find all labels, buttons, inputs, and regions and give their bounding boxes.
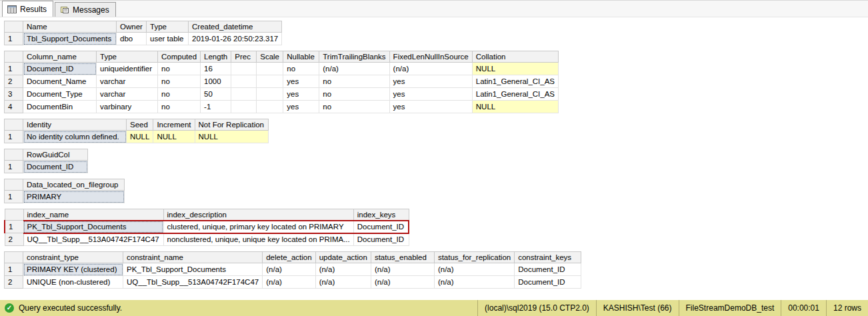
grid-cell[interactable]: no xyxy=(158,63,201,75)
grid-cell[interactable]: varchar xyxy=(97,75,158,88)
grid-cell[interactable]: (n/a) xyxy=(263,263,315,276)
grid-cell[interactable]: NULL xyxy=(153,131,195,143)
grid-cell[interactable]: varbinary xyxy=(97,101,158,113)
grid-cell[interactable]: Document_ID xyxy=(23,63,97,75)
column-header-seed[interactable]: Seed xyxy=(127,119,153,131)
grid-cell[interactable]: yes xyxy=(283,88,319,101)
grid-cell[interactable]: Latin1_General_CI_AS xyxy=(472,75,558,88)
grid-cell[interactable]: uniqueidentifier xyxy=(97,63,158,75)
grid-cell[interactable] xyxy=(231,88,257,101)
row-number[interactable]: 1 xyxy=(5,161,23,173)
column-header-collation[interactable]: Collation xyxy=(472,51,558,63)
grid-cell[interactable]: PRIMARY xyxy=(23,191,125,203)
row-number[interactable]: 2 xyxy=(5,276,23,289)
grid-cell[interactable]: Tbl_Support_Documents xyxy=(23,33,117,45)
grid-corner[interactable] xyxy=(5,179,23,191)
grid-cell[interactable]: no xyxy=(283,63,319,75)
grid-cell[interactable]: Document_ID xyxy=(353,221,409,233)
column-header-name[interactable]: Name xyxy=(23,21,117,33)
tab-messages[interactable]: Messages xyxy=(55,2,116,17)
column-header-prec[interactable]: Prec xyxy=(231,51,257,63)
column-header-trimtrailingblanks[interactable]: TrimTrailingBlanks xyxy=(319,51,389,63)
grid-cell[interactable]: NULL xyxy=(472,101,558,113)
column-header-data-located-on-filegroup[interactable]: Data_located_on_filegroup xyxy=(23,179,125,191)
grid-cell[interactable] xyxy=(231,63,257,75)
grid-corner[interactable] xyxy=(5,21,23,33)
column-header-type[interactable]: Type xyxy=(97,51,158,63)
grid-cell[interactable]: yes xyxy=(389,88,472,101)
grid-cell[interactable]: nonclustered, unique, unique key located… xyxy=(163,233,353,246)
column-header-type[interactable]: Type xyxy=(147,21,189,33)
grid-cell[interactable]: no xyxy=(158,88,201,101)
grid-cell[interactable]: (n/a) xyxy=(315,263,371,276)
grid-cell[interactable] xyxy=(257,75,283,88)
grid-cell[interactable]: no xyxy=(319,88,389,101)
grid-cell[interactable]: UNIQUE (non-clustered) xyxy=(23,276,123,289)
grid-corner[interactable] xyxy=(5,51,23,63)
row-number[interactable]: 1 xyxy=(5,221,23,233)
grid-cell[interactable]: yes xyxy=(389,75,472,88)
grid-cell[interactable]: varchar xyxy=(97,88,158,101)
grid-cell[interactable]: PK_Tbl_Support_Documents xyxy=(123,263,263,276)
grid-cell[interactable]: Latin1_General_CI_AS xyxy=(472,88,558,101)
column-header-status-for-replication[interactable]: status_for_replication xyxy=(434,252,514,263)
grid-cell[interactable]: NULL xyxy=(127,131,153,143)
column-header-delete-action[interactable]: delete_action xyxy=(263,252,315,263)
grid-cell[interactable]: DocumentBin xyxy=(23,101,97,113)
grid-cell[interactable]: 1000 xyxy=(201,75,231,88)
grid-cell[interactable] xyxy=(257,63,283,75)
grid-cell[interactable]: Document_Name xyxy=(23,75,97,88)
row-number[interactable]: 2 xyxy=(5,75,23,88)
grid-cell[interactable]: (n/a) xyxy=(434,263,514,276)
grid-cell[interactable]: UQ__Tbl_Supp__513A04742F174C47 xyxy=(23,233,163,246)
row-number[interactable]: 1 xyxy=(5,63,23,75)
grid-cell[interactable]: No identity column defined. xyxy=(23,131,127,143)
grid-cell[interactable]: UQ__Tbl_Supp__513A04742F174C47 xyxy=(123,276,263,289)
grid-cell[interactable] xyxy=(231,75,257,88)
grid-cell[interactable]: no xyxy=(158,101,201,113)
column-header-column-name[interactable]: Column_name xyxy=(23,51,97,63)
column-header-created-datetime[interactable]: Created_datetime xyxy=(189,21,282,33)
column-header-constraint-type[interactable]: constraint_type xyxy=(23,252,123,263)
grid-cell[interactable]: NULL xyxy=(195,131,268,143)
grid-cell[interactable] xyxy=(257,88,283,101)
grid-cell[interactable]: (n/a) xyxy=(315,276,371,289)
grid-cell[interactable]: (n/a) xyxy=(263,276,315,289)
grid-cell[interactable]: yes xyxy=(283,75,319,88)
column-header-computed[interactable]: Computed xyxy=(158,51,201,63)
grid-corner[interactable] xyxy=(5,252,23,263)
grid-corner[interactable] xyxy=(5,149,23,161)
column-header-constraint-keys[interactable]: constraint_keys xyxy=(515,252,581,263)
grid-cell[interactable]: Document_ID xyxy=(353,233,409,246)
row-number[interactable]: 3 xyxy=(5,88,23,101)
tab-results[interactable]: Results xyxy=(2,1,53,17)
grid-corner[interactable] xyxy=(5,119,23,131)
grid-cell[interactable]: -1 xyxy=(201,101,231,113)
grid-cell[interactable]: (n/a) xyxy=(434,276,514,289)
column-header-nullable[interactable]: Nullable xyxy=(283,51,319,63)
grid-cell[interactable]: no xyxy=(319,75,389,88)
column-header-increment[interactable]: Increment xyxy=(153,119,195,131)
grid-cell[interactable]: no xyxy=(319,101,389,113)
column-header-rowguidcol[interactable]: RowGuidCol xyxy=(23,149,88,161)
grid-cell[interactable]: (n/a) xyxy=(371,263,434,276)
grid-corner[interactable] xyxy=(5,209,23,221)
grid-cell[interactable]: clustered, unique, primary key located o… xyxy=(163,221,353,233)
grid-cell[interactable]: Document_ID xyxy=(23,161,88,173)
column-header-constraint-name[interactable]: constraint_name xyxy=(123,252,263,263)
grid-cell[interactable]: no xyxy=(158,75,201,88)
column-header-status-enabled[interactable]: status_enabled xyxy=(371,252,434,263)
column-header-fixedlennullinsource[interactable]: FixedLenNullInSource xyxy=(389,51,472,63)
column-header-index-description[interactable]: index_description xyxy=(163,209,353,221)
grid-cell[interactable]: 16 xyxy=(201,63,231,75)
row-number[interactable]: 1 xyxy=(5,191,23,203)
grid-cell[interactable] xyxy=(257,101,283,113)
grid-cell[interactable]: (n/a) xyxy=(319,63,389,75)
grid-cell[interactable]: (n/a) xyxy=(389,63,472,75)
grid-cell[interactable]: Document_ID xyxy=(515,263,581,276)
grid-cell[interactable]: yes xyxy=(389,101,472,113)
grid-cell[interactable]: NULL xyxy=(472,63,558,75)
row-number[interactable]: 4 xyxy=(5,101,23,113)
grid-cell[interactable]: dbo xyxy=(117,33,147,45)
grid-cell[interactable]: Document_ID xyxy=(515,276,581,289)
